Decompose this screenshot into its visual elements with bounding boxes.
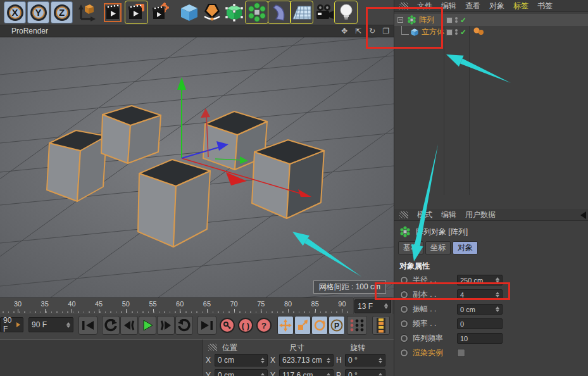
property-value-field[interactable]: 250 cm [457, 275, 503, 285]
keyframe-radio[interactable] [401, 335, 408, 342]
goto-end-button[interactable] [197, 316, 216, 335]
coordinate-value-field[interactable]: 0 cm [215, 369, 268, 376]
property-row: 振幅 . .0 cm [394, 302, 588, 316]
ruler-tick-label: 55 [149, 300, 156, 308]
ruler-tick-label: 85 [311, 300, 319, 308]
visibility-toggle[interactable] [446, 17, 453, 23]
timeline-window-button[interactable] [372, 316, 390, 335]
deformer-button[interactable] [268, 1, 291, 23]
goto-start-button[interactable] [78, 316, 97, 335]
keyframe-radio[interactable] [401, 320, 408, 327]
property-value-field[interactable]: 4 [457, 289, 503, 300]
range-end-small-field[interactable]: 90 F [0, 317, 23, 332]
coordinate-value-field[interactable]: 0 ° [345, 354, 385, 367]
property-value-field[interactable]: 10 [457, 333, 503, 344]
property-label: 频率 . . [413, 318, 452, 329]
frame-input[interactable]: 13 F [354, 299, 391, 313]
coordinate-axis-label: X [206, 356, 212, 365]
pan-icon[interactable]: ✥ [339, 27, 349, 35]
om-menu-文件[interactable]: 文件 [417, 1, 432, 11]
add-primitive-cube-button[interactable] [178, 1, 200, 23]
key-scale-button[interactable] [294, 316, 311, 335]
am-menu-模式[interactable]: 模式 [417, 210, 432, 220]
coordinate-value-field[interactable]: 0 cm [215, 354, 268, 367]
phong-tag[interactable] [473, 27, 484, 37]
rotate-icon[interactable]: ↻ [367, 27, 377, 35]
panel-grip-icon[interactable] [208, 344, 217, 351]
viewport-nav-controls: ✥⇱↻❐ [339, 27, 391, 35]
play-backwards-button[interactable] [102, 316, 120, 335]
ruler-tick-label: 90 [338, 300, 346, 308]
om-menu-对象[interactable]: 对象 [489, 1, 504, 11]
traffic-dots[interactable] [455, 16, 458, 23]
keyframe-radio[interactable] [401, 306, 408, 313]
panel-grip-icon[interactable] [399, 211, 408, 218]
play-loop-button[interactable] [175, 316, 193, 335]
coordinate-system-button[interactable] [75, 1, 97, 23]
tab-对象[interactable]: 对象 [453, 241, 478, 254]
environment-floor-button[interactable] [291, 1, 313, 23]
coordinate-value-field[interactable]: 117.6 cm [279, 369, 334, 376]
timeline-ruler[interactable]: 30354045505560657075808590 [0, 298, 353, 314]
panel-collapse-icon[interactable] [580, 211, 586, 219]
render-picture-viewer-button[interactable] [125, 1, 147, 23]
property-row: 渲染实例 [394, 346, 588, 360]
coordinate-value-field[interactable]: 623.713 cm [279, 354, 334, 367]
lock-x-axis-button[interactable]: X [4, 1, 26, 23]
camera-button[interactable] [313, 1, 335, 23]
om-menu-编辑[interactable]: 编辑 [441, 1, 456, 11]
previous-key-button[interactable] [120, 316, 138, 335]
om-menu-查看[interactable]: 查看 [465, 1, 480, 11]
visibility-toggle[interactable] [446, 29, 453, 35]
lock-y-axis-button[interactable]: Y [27, 1, 49, 23]
subdivision-surface-button[interactable] [223, 1, 245, 23]
maximize-icon[interactable]: ❐ [381, 27, 391, 35]
key-rotation-button[interactable] [311, 316, 328, 335]
material-manager-panel[interactable] [0, 339, 203, 376]
enable-check-icon[interactable]: ✓ [460, 28, 466, 37]
coordinates-panel: 位置 尺寸 旋转 X0 cmX623.713 cmH0 °Y0 cmY117.6… [203, 339, 394, 376]
range-end-field[interactable]: 90 F [28, 317, 73, 332]
main-toolbar: XYZ [0, 0, 394, 25]
om-menu-标签[interactable]: 标签 [513, 1, 529, 11]
om-item-2[interactable]: 立方体✓ [394, 26, 588, 38]
keyframe-radio[interactable] [401, 349, 408, 356]
render-settings-button[interactable] [149, 1, 172, 23]
keyframe-dots-button[interactable] [347, 316, 367, 335]
am-menu-用户数据[interactable]: 用户数据 [465, 210, 496, 220]
property-list: 半径 . .250 cm副本 . .4振幅 . .0 cm频率 . .0阵列频率… [394, 273, 588, 360]
dolly-icon[interactable]: ⇱ [353, 27, 363, 35]
keyframe-radio[interactable] [401, 291, 408, 298]
property-value-field[interactable]: 0 cm [457, 304, 503, 315]
key-parameter-button[interactable]: P [328, 316, 345, 335]
tab-坐标[interactable]: 坐标 [425, 241, 451, 254]
prorender-menu[interactable]: ProRender [11, 27, 48, 35]
key-position-button[interactable] [277, 316, 294, 335]
array-generator-button[interactable] [246, 1, 268, 23]
enable-check-icon[interactable]: ✓ [460, 16, 466, 25]
autokey-button[interactable]: ( ) [237, 316, 254, 335]
expander-icon[interactable] [397, 17, 403, 23]
property-value-field[interactable]: 0 [457, 318, 503, 329]
om-menu-书签[interactable]: 书签 [537, 1, 553, 11]
spline-pen-button[interactable] [201, 1, 223, 23]
next-key-button[interactable] [157, 316, 175, 335]
traffic-dots[interactable] [455, 28, 458, 35]
record-keyframe-button[interactable] [218, 316, 236, 335]
viewport-3d[interactable]: 网格间距 : 100 cm [0, 37, 394, 298]
panel-grip-icon[interactable] [399, 3, 408, 9]
coordinate-value-field[interactable]: 0 ° [345, 369, 385, 376]
viewport-scene [0, 37, 394, 298]
light-button[interactable] [335, 1, 357, 23]
keyframe-selection-button[interactable]: ? [255, 316, 273, 335]
tab-基本[interactable]: 基本 [398, 241, 423, 254]
play-button[interactable] [139, 316, 156, 335]
keyframe-radio[interactable] [401, 277, 408, 284]
am-menu-编辑[interactable]: 编辑 [441, 210, 456, 220]
object-manager-tree: 阵列✓立方体✓ [394, 12, 588, 208]
render-view-button[interactable] [101, 1, 123, 23]
rotation-header: 旋转 [350, 342, 365, 353]
lock-z-axis-button[interactable]: Z [51, 1, 73, 23]
om-item-1[interactable]: 阵列✓ [394, 14, 588, 26]
property-checkbox[interactable] [457, 349, 465, 357]
